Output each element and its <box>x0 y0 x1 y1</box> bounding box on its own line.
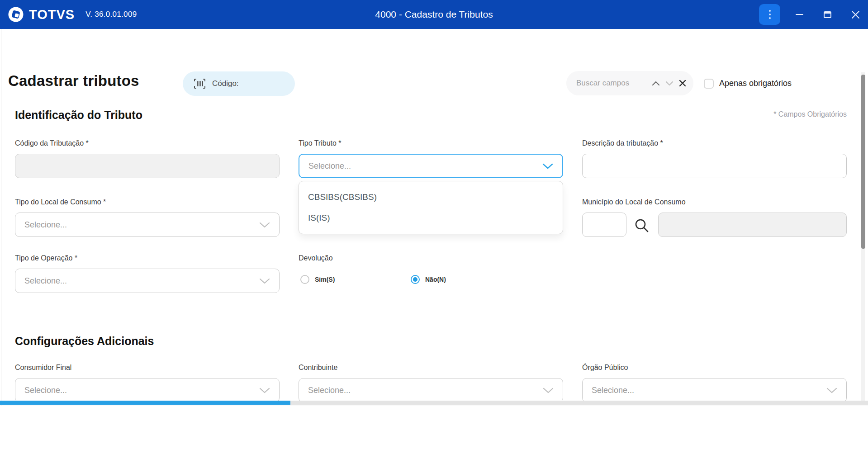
search-icon <box>633 217 650 233</box>
clear-search-icon[interactable] <box>679 80 686 87</box>
radio-icon <box>300 275 309 284</box>
select-contribuinte-placeholder: Selecione... <box>308 386 351 395</box>
select-orgao-publico-placeholder: Selecione... <box>592 386 634 395</box>
search-controls <box>652 80 686 87</box>
label-descricao-tributacao: Descrição da tributação * <box>582 139 663 147</box>
only-required-checkbox[interactable] <box>704 79 714 89</box>
vertical-scrollbar-thumb[interactable] <box>861 75 865 249</box>
chevron-down-icon <box>543 388 554 393</box>
chevron-down-icon <box>259 278 270 284</box>
search-fields-input[interactable] <box>576 79 652 88</box>
window-left-edge <box>1 29 1 454</box>
page-title: Cadastrar tributos <box>8 72 139 90</box>
input-municipio-nome <box>658 213 847 237</box>
page-header: Cadastrar tributos Código: <box>0 29 868 80</box>
codigo-chip-label: Código: <box>212 79 239 88</box>
select-tipo-operacao-placeholder: Selecione... <box>24 276 67 286</box>
codigo-chip: Código: <box>183 71 295 96</box>
maximize-button[interactable] <box>818 5 836 24</box>
only-required-toggle: Apenas obrigatórios <box>704 58 792 109</box>
select-tipo-operacao[interactable]: Selecione... <box>15 269 280 293</box>
label-consumidor-final: Consumidor Final <box>15 364 71 372</box>
radio-devolucao-nao-label: Não(N) <box>425 276 446 283</box>
horizontal-scrollbar-thumb[interactable] <box>0 401 290 405</box>
chevron-down-icon[interactable] <box>665 81 674 86</box>
radio-devolucao-nao[interactable]: Não(N) <box>411 275 446 284</box>
select-consumidor-final-placeholder: Selecione... <box>24 386 67 395</box>
label-tipo-operacao: Tipo de Operação * <box>15 254 77 262</box>
chevron-down-icon <box>259 222 270 228</box>
barcode-icon <box>194 78 206 90</box>
select-tipo-tributo-placeholder: Selecione... <box>308 161 351 171</box>
select-consumidor-final[interactable]: Selecione... <box>15 378 280 402</box>
select-tipo-tributo[interactable]: Selecione... <box>299 154 563 178</box>
dropdown-option-cbsibs[interactable]: CBSIBS(CBSIBS) <box>299 187 563 208</box>
label-orgao-publico: Órgão Público <box>582 364 628 372</box>
input-descricao-tributacao[interactable] <box>582 154 847 178</box>
app-window: TOTVS V. 36.0.01.009 4000 - Cadastro de … <box>0 0 868 454</box>
select-tipo-local-consumo[interactable]: Selecione... <box>15 213 280 237</box>
label-municipio-local-consumo: Município do Local de Consumo <box>582 198 686 206</box>
maximize-icon <box>824 11 831 18</box>
section-title-configuracoes: Configurações Adicionais <box>15 335 154 348</box>
minimize-button[interactable] <box>790 5 808 24</box>
radio-devolucao-sim-label: Sim(S) <box>315 276 335 283</box>
chevron-down-icon <box>826 388 837 393</box>
label-codigo-tributacao: Código da Tributação * <box>15 139 89 147</box>
required-fields-note: * Campos Obrigatórios <box>773 110 847 118</box>
municipio-lookup-button[interactable] <box>632 216 650 234</box>
radio-selected-icon <box>411 275 420 284</box>
only-required-label: Apenas obrigatórios <box>719 79 792 88</box>
dropdown-option-is[interactable]: IS(IS) <box>299 208 563 228</box>
input-codigo-tributacao <box>15 154 280 178</box>
kebab-menu-button[interactable] <box>759 4 780 25</box>
titlebar: TOTVS V. 36.0.01.009 4000 - Cadastro de … <box>0 0 868 29</box>
chevron-down-icon <box>259 388 270 393</box>
tipo-tributo-dropdown-panel: CBSIBS(CBSIBS) IS(IS) <box>299 181 563 234</box>
window-title: 4000 - Cadastro de Tributos <box>0 0 868 29</box>
label-tipo-local-consumo: Tipo do Local de Consumo * <box>15 198 106 206</box>
close-icon <box>851 10 860 19</box>
label-contribuinte: Contribuinte <box>299 364 337 372</box>
chevron-down-icon <box>542 163 553 169</box>
chevron-up-icon[interactable] <box>652 81 660 86</box>
window-controls <box>759 0 868 29</box>
select-orgao-publico[interactable]: Selecione... <box>582 378 847 402</box>
select-tipo-local-consumo-placeholder: Selecione... <box>24 220 67 230</box>
label-tipo-tributo: Tipo Tributo * <box>299 139 342 147</box>
wizard-footer: 1 Informações Gerais 2 Informações do Tr… <box>0 406 868 454</box>
radio-devolucao-sim[interactable]: Sim(S) <box>300 275 335 284</box>
search-fields-box <box>566 71 693 95</box>
minimize-icon <box>796 14 803 15</box>
select-contribuinte[interactable]: Selecione... <box>299 378 563 402</box>
section-title-identificacao: Identificação do Tributo <box>15 109 142 122</box>
close-button[interactable] <box>846 5 864 24</box>
label-devolucao: Devolução <box>299 254 333 262</box>
input-municipio-codigo[interactable] <box>582 213 626 237</box>
